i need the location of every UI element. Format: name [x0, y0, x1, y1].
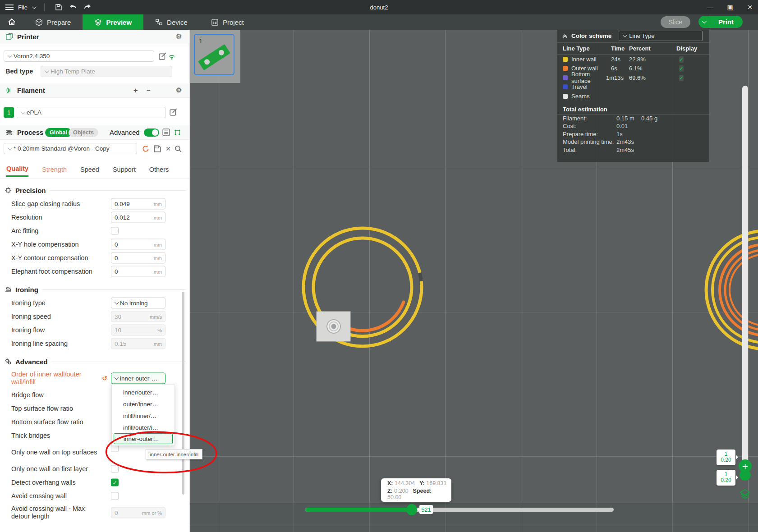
setting-row: Ironing speed 30mm/s — [0, 310, 189, 323]
xy-contour-input[interactable]: 0mm — [111, 252, 165, 264]
wifi-icon[interactable] — [168, 52, 176, 60]
process-preset-select[interactable]: * 0.20mm Standard @Voron - Copy — [4, 143, 137, 154]
xy-hole-input[interactable]: 0mm — [111, 239, 165, 250]
layers-view-icon[interactable] — [739, 488, 751, 500]
tab-preview[interactable]: Preview — [83, 14, 143, 30]
tab-device[interactable]: Device — [143, 14, 199, 30]
max-detour-input[interactable]: 0mm or % — [111, 507, 165, 518]
printer-gear-icon[interactable]: ⚙ — [176, 32, 182, 41]
edit-filament-icon[interactable] — [170, 108, 178, 116]
setting-label: Avoid crossing wall - Max detour length — [11, 505, 104, 520]
chevron-down-icon[interactable] — [32, 5, 37, 9]
detect-overhang-checkbox[interactable]: ✓ — [111, 479, 119, 486]
slice-button[interactable]: Slice — [661, 16, 690, 28]
menu-icon[interactable] — [5, 5, 14, 10]
reset-preset-icon[interactable] — [142, 145, 150, 153]
print-dropdown-chevron[interactable] — [698, 16, 709, 28]
tab-quality[interactable]: Quality — [6, 163, 28, 177]
dropdown-option-selected[interactable]: ✓ inner-outer… — [114, 433, 173, 444]
advanced-toggle[interactable] — [144, 128, 159, 137]
filament-select[interactable]: ePLA — [17, 107, 165, 118]
printer-select[interactable]: Voron2.4 350 — [4, 50, 154, 62]
setting-row: Avoid crossing wall - Max detour length … — [0, 503, 189, 523]
layer-slider[interactable] — [742, 86, 748, 468]
minimize-button[interactable]: — — [706, 4, 715, 11]
seam-mark — [420, 273, 421, 281]
remove-filament-icon[interactable]: − — [147, 86, 151, 94]
outer-wall-swatch — [563, 66, 568, 71]
title-bar: File donut2 — ▣ ✕ — [0, 0, 758, 14]
process-global-pill[interactable]: Global — [45, 128, 72, 137]
redo-icon[interactable] — [83, 2, 92, 12]
slice-gap-input[interactable]: 0.049mm — [111, 198, 165, 210]
only-one-wall-first-checkbox[interactable] — [111, 465, 119, 473]
ironing-type-select[interactable]: No ironing — [111, 298, 165, 309]
preset-list-icon[interactable] — [162, 128, 170, 137]
filament-slot-badge[interactable]: 1 — [4, 107, 14, 118]
save-preset-icon[interactable] — [153, 145, 161, 153]
filament-gear-icon[interactable]: ⚙ — [176, 86, 182, 94]
ironing-speed-input[interactable]: 30mm/s — [111, 311, 165, 322]
legend-row: Seams — [557, 92, 709, 101]
color-scheme-select[interactable]: Line Type — [619, 31, 703, 41]
bed-type-value: High Temp Plate — [51, 68, 95, 75]
filament-icon — [5, 87, 13, 94]
setting-label: Detect overhang walls — [11, 479, 104, 486]
edit-printer-icon[interactable] — [159, 52, 167, 60]
advanced-title: Advanced — [15, 358, 48, 366]
avoid-crossing-checkbox[interactable] — [111, 492, 119, 500]
settings-scrollbar[interactable] — [182, 292, 184, 495]
tab-others[interactable]: Others — [149, 164, 169, 176]
compare-presets-icon[interactable] — [174, 128, 182, 137]
elephant-foot-input[interactable]: 0mm — [111, 266, 165, 277]
dropdown-option[interactable]: infill/outer/i… — [112, 422, 175, 433]
tab-project-label: Project — [223, 18, 244, 26]
display-checkbox[interactable]: ✓ — [679, 56, 684, 63]
order-select[interactable]: inner-outer-… — [111, 373, 165, 384]
home-button[interactable] — [0, 14, 23, 30]
close-button[interactable]: ✕ — [745, 4, 754, 11]
reset-order-icon[interactable]: ↺ — [102, 375, 107, 382]
total-estimation-title: Total estimation — [557, 105, 709, 115]
ironing-spacing-input[interactable]: 0.15mm — [111, 338, 165, 349]
add-filament-icon[interactable]: ＋ — [132, 86, 139, 95]
ironing-flow-input[interactable]: 10% — [111, 325, 165, 336]
display-checkbox[interactable]: ✓ — [679, 65, 684, 72]
save-icon[interactable] — [54, 2, 64, 12]
search-preset-icon[interactable] — [174, 145, 182, 153]
tab-support[interactable]: Support — [113, 164, 136, 176]
dropdown-option[interactable]: outer/inner… — [112, 398, 175, 410]
process-objects-pill[interactable]: Objects — [69, 128, 98, 137]
bed-type-select[interactable]: High Temp Plate — [41, 66, 172, 77]
tab-strength[interactable]: Strength — [42, 164, 67, 176]
setting-label: Only one wall on first layer — [11, 465, 104, 473]
collapse-icon[interactable] — [562, 33, 568, 39]
tab-speed[interactable]: Speed — [80, 164, 99, 176]
setting-label: Arc fitting — [11, 227, 104, 235]
undo-icon[interactable] — [68, 2, 78, 12]
color-scheme-title: Color scheme — [571, 32, 611, 39]
resolution-input[interactable]: 0.012mm — [111, 212, 165, 223]
tab-project[interactable]: Project — [199, 14, 256, 30]
file-menu[interactable]: File — [18, 4, 28, 11]
step-slider[interactable]: 521 — [305, 508, 614, 512]
tab-prepare[interactable]: Prepare — [23, 14, 83, 30]
color-scheme-mode: Line Type — [629, 32, 654, 39]
plate-thumbnail[interactable]: 1 — [194, 34, 234, 75]
dropdown-option[interactable]: inner/outer… — [112, 386, 175, 398]
order-label: Order of inner wall/outer wall/infill — [11, 371, 104, 386]
tab-preview-label: Preview — [106, 18, 132, 26]
delete-preset-icon[interactable]: ✕ — [164, 145, 172, 153]
display-checkbox[interactable]: ✓ — [679, 75, 684, 81]
setting-label: X-Y contour compensation — [11, 254, 104, 262]
printer-section-header: Printer ⚙ — [0, 30, 189, 44]
seams-swatch — [563, 94, 568, 99]
filament-name: ePLA — [27, 109, 41, 116]
maximize-button[interactable]: ▣ — [726, 4, 735, 11]
step-slider-handle[interactable] — [406, 504, 417, 515]
add-color-change-button[interactable]: ＋ — [739, 459, 752, 472]
arc-fitting-checkbox[interactable] — [111, 227, 119, 235]
print-button[interactable]: Print — [709, 16, 743, 28]
plate-number: 1 — [199, 37, 202, 45]
dropdown-option[interactable]: infill/inner/… — [112, 410, 175, 422]
